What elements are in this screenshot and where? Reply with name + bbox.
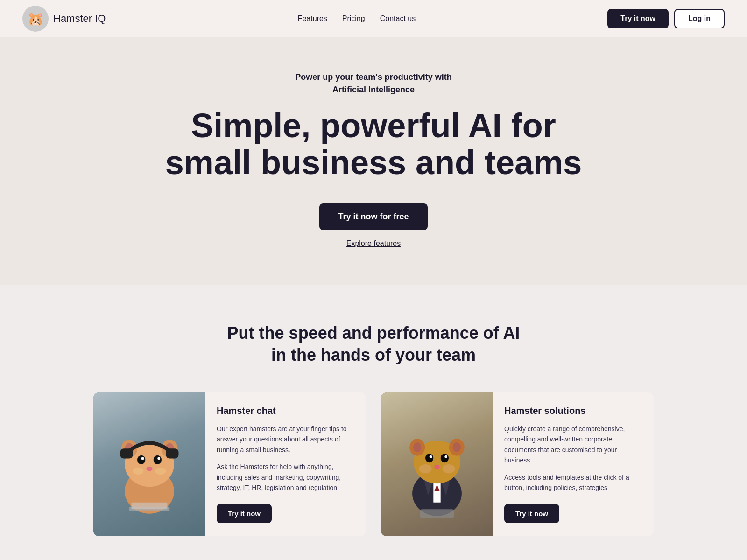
svg-point-30 xyxy=(444,455,447,458)
hamster-chat-text1: Our expert hamsters are at your finger t… xyxy=(217,424,355,455)
svg-point-6 xyxy=(137,455,145,464)
header: 🐹 Hamster IQ Features Pricing Contact us… xyxy=(0,0,747,37)
svg-point-11 xyxy=(133,468,143,475)
hamster-chat-content: Hamster chat Our expert hamsters are at … xyxy=(205,392,366,536)
svg-point-7 xyxy=(154,455,162,464)
nav-pricing[interactable]: Pricing xyxy=(342,14,365,23)
svg-point-33 xyxy=(443,464,455,473)
hero-title: Simple, powerful AI for small business a… xyxy=(163,107,584,181)
hero-title-line1: Simple, powerful AI for xyxy=(191,107,556,144)
hamster-chat-text2: Ask the Hamsters for help with anything,… xyxy=(217,462,355,493)
nav: Features Pricing Contact us xyxy=(298,14,416,23)
features-section: Put the speed and performance of AI in t… xyxy=(0,285,747,560)
nav-features[interactable]: Features xyxy=(298,14,327,23)
hamster-solutions-content: Hamster solutions Quickly create a range… xyxy=(493,392,654,536)
hamster-chat-card: Hamster chat Our expert hamsters are at … xyxy=(93,392,366,536)
logo-brand: Hamster xyxy=(53,13,92,24)
hamster-solutions-image xyxy=(381,392,493,536)
svg-point-32 xyxy=(419,464,432,473)
svg-point-28 xyxy=(441,454,449,462)
svg-point-10 xyxy=(146,467,152,471)
hamster-solutions-title: Hamster solutions xyxy=(504,406,642,416)
hamster-solutions-card: Hamster solutions Quickly create a range… xyxy=(381,392,654,536)
svg-point-26 xyxy=(453,442,461,452)
hamster-solutions-try-button[interactable]: Try it now xyxy=(504,504,559,523)
hamster-chat-image xyxy=(93,392,205,536)
logo-icon: 🐹 xyxy=(22,6,49,32)
hamster-chat-visual xyxy=(93,392,205,536)
features-title-line2: in the hands of your team xyxy=(271,345,476,364)
svg-point-31 xyxy=(434,465,440,469)
login-button[interactable]: Log in xyxy=(674,9,725,28)
svg-rect-34 xyxy=(420,509,454,518)
hamster-chat-title: Hamster chat xyxy=(217,406,355,416)
svg-point-27 xyxy=(425,454,433,462)
logo[interactable]: 🐹 Hamster IQ xyxy=(22,6,106,32)
hero-title-line2: small business and teams xyxy=(165,144,582,181)
hamster-solutions-text2: Access tools and templates at the click … xyxy=(504,472,642,493)
hamster-solutions-text1: Quickly create a range of comprehensive,… xyxy=(504,424,642,466)
hamster-solutions-visual xyxy=(381,392,493,536)
hero-subtitle: Power up your team's productivity withAr… xyxy=(22,71,725,96)
hero-cta-button[interactable]: Try it now for free xyxy=(319,203,427,230)
explore-features-link[interactable]: Explore features xyxy=(346,239,401,248)
hamster-solutions-svg xyxy=(390,406,484,523)
features-title-line1: Put the speed and performance of AI xyxy=(227,323,520,343)
svg-rect-14 xyxy=(166,448,179,458)
nav-contact[interactable]: Contact us xyxy=(380,14,416,23)
hero-cta: Try it now for free Explore features xyxy=(22,203,725,248)
svg-rect-13 xyxy=(120,448,133,458)
features-title: Put the speed and performance of AI in t… xyxy=(22,322,725,366)
hamster-chat-svg xyxy=(103,406,196,523)
svg-rect-16 xyxy=(132,503,168,509)
hero-section: Power up your team's productivity withAr… xyxy=(0,37,747,285)
svg-point-29 xyxy=(430,455,432,458)
logo-text: Hamster IQ xyxy=(53,13,106,25)
svg-point-9 xyxy=(157,457,160,460)
svg-point-8 xyxy=(141,457,144,460)
cards-grid: Hamster chat Our expert hamsters are at … xyxy=(93,392,654,536)
svg-point-25 xyxy=(413,442,421,452)
try-it-now-button[interactable]: Try it now xyxy=(607,9,669,28)
svg-point-12 xyxy=(155,468,166,475)
hamster-chat-try-button[interactable]: Try it now xyxy=(217,504,272,523)
logo-suffix: IQ xyxy=(95,13,106,24)
nav-actions: Try it now Log in xyxy=(607,9,725,28)
